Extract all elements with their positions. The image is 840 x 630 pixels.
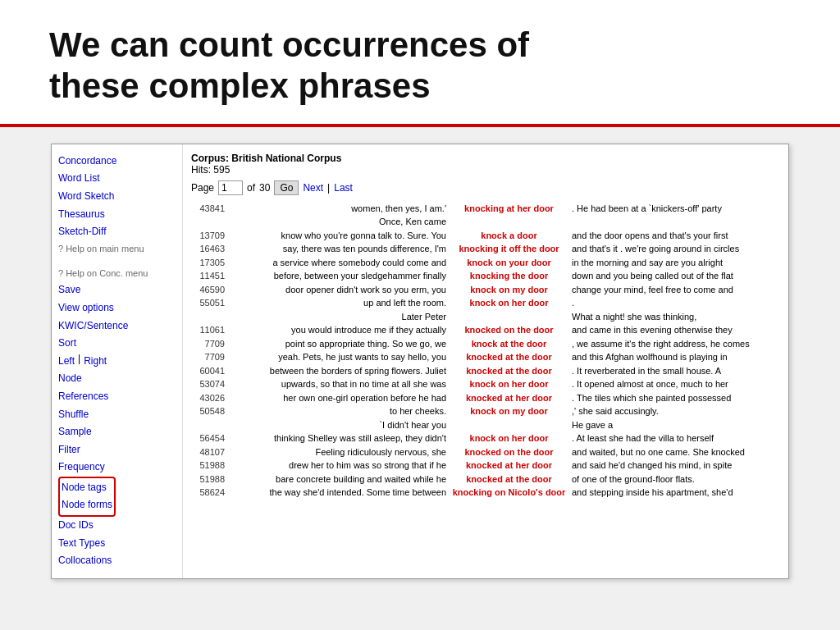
row-node: knock on her door — [450, 377, 568, 391]
row-left: bare concrete building and waited while … — [228, 472, 450, 486]
title-line1: We can count occurrences of — [49, 25, 529, 64]
row-left: a service where somebody could come and — [228, 256, 450, 270]
sidebar: Concordance Word List Word Sketch Thesau… — [52, 144, 183, 578]
row-id: 16463 — [191, 242, 228, 256]
row-node: knock on my door — [450, 283, 568, 297]
sidebar-concordance[interactable]: Concordance — [58, 153, 176, 171]
row-right: down and you being called out of the fla… — [568, 269, 780, 283]
row-id: 11451 — [191, 269, 228, 283]
table-row: 48107 Feeling ridiculously nervous, she … — [191, 445, 780, 459]
sidebar-help-conc: ? Help on Conc. menu — [58, 266, 176, 282]
last-link[interactable]: Last — [334, 182, 353, 194]
sidebar-thesaurus[interactable]: Thesaurus — [58, 206, 176, 224]
row-id: 51988 — [191, 472, 228, 486]
table-row: 46590 door opener didn't work so you erm… — [191, 283, 780, 297]
sidebar-sketch-diff[interactable]: Sketch-Diff — [58, 223, 176, 241]
sidebar-frequency[interactable]: Frequency — [58, 459, 176, 477]
sidebar-collocations[interactable]: Collocations — [58, 552, 176, 570]
sidebar-node[interactable]: Node — [58, 370, 176, 388]
main-content: Corpus: British National Corpus Hits: 59… — [183, 144, 788, 578]
row-id: 7709 — [191, 350, 228, 364]
table-row: 43026 her own one-girl operation before … — [191, 391, 780, 405]
table-row: 51988 bare concrete building and waited … — [191, 472, 780, 486]
go-button[interactable]: Go — [274, 180, 299, 195]
row-node: knocked at the door — [450, 364, 568, 378]
sidebar-word-sketch[interactable]: Word Sketch — [58, 188, 176, 206]
sidebar-node-tags[interactable]: Node tags — [62, 479, 112, 497]
browser-content: Concordance Word List Word Sketch Thesau… — [52, 144, 788, 578]
table-row: 16463 say, there was ten pounds differen… — [191, 242, 780, 256]
table-row: 43841 women, then yes, I am.' Once, Ken … — [191, 202, 780, 229]
row-left: know who you're gonna talk to. Sure. You — [228, 229, 450, 243]
sidebar-shuffle[interactable]: Shuffle — [58, 406, 176, 424]
row-node: knocked at the door — [450, 472, 568, 486]
row-id: 55051 — [191, 296, 228, 323]
sidebar-kwic-sentence[interactable]: KWIC/Sentence — [58, 317, 176, 336]
title-line2: these complex phrases — [49, 66, 431, 105]
sidebar-left[interactable]: Left — [58, 353, 75, 371]
table-row: 58624 the way she'd intended. Some time … — [191, 486, 780, 500]
row-node: knocked at her door — [450, 391, 568, 405]
sidebar-text-types[interactable]: Text Types — [58, 535, 176, 553]
sidebar-doc-ids[interactable]: Doc IDs — [58, 517, 176, 535]
row-right: and this Afghan wolfhound is playing in — [568, 350, 780, 364]
row-node: knocked at the door — [450, 350, 568, 364]
row-id: 53074 — [191, 377, 228, 391]
row-id: 56454 — [191, 431, 228, 445]
table-row: 55051 up and left the room. Later Peter … — [191, 296, 780, 323]
row-node: knock at the door — [450, 337, 568, 351]
row-node: knocked on the door — [450, 323, 568, 337]
row-right: . It opened almost at once, much to her — [568, 377, 780, 391]
row-right: change your mind, feel free to come and — [568, 283, 780, 297]
next-link[interactable]: Next — [303, 182, 323, 194]
row-left: door opener didn't work so you erm, you — [228, 283, 450, 297]
sidebar-node-forms[interactable]: Node forms — [62, 496, 112, 514]
row-left: up and left the room. Later Peter — [228, 296, 450, 323]
sidebar-word-list[interactable]: Word List — [58, 170, 176, 188]
page-title: We can count occurrences of these comple… — [49, 25, 791, 107]
row-right: and that's it . we're going around in ci… — [568, 242, 780, 256]
row-node: knocked on the door — [450, 445, 568, 459]
row-node: knock on her door — [450, 431, 568, 445]
sidebar-save[interactable]: Save — [58, 281, 176, 299]
row-left: yeah. Pets, he just wants to say hello, … — [228, 350, 450, 364]
row-id: 43841 — [191, 202, 228, 229]
corpus-label: Corpus: British National Corpus — [191, 153, 341, 164]
sidebar-references[interactable]: References — [58, 388, 176, 406]
sidebar-sample[interactable]: Sample — [58, 423, 176, 441]
of-label: of — [247, 182, 255, 194]
row-right: and came in this evening otherwise they — [568, 323, 780, 337]
table-row: 13709 know who you're gonna talk to. Sur… — [191, 229, 780, 243]
row-right: . At least she had the villa to herself — [568, 431, 780, 445]
sidebar-filter[interactable]: Filter — [58, 441, 176, 459]
row-id: 13709 — [191, 229, 228, 243]
row-right: and said he'd changed his mind, in spite — [568, 459, 780, 472]
row-left: upwards, so that in no time at all she w… — [228, 377, 450, 391]
row-node: knock on your door — [450, 256, 568, 270]
table-row: 7709 yeah. Pets, he just wants to say he… — [191, 350, 780, 364]
table-row: 11061 you would introduce me if they act… — [191, 323, 780, 337]
sidebar-sort[interactable]: Sort — [58, 335, 176, 353]
browser-window: Concordance Word List Word Sketch Thesau… — [51, 144, 789, 579]
row-node: knocking at her door — [450, 202, 568, 229]
row-right: , we assume it's the right address, he c… — [568, 337, 780, 351]
row-left: the way she'd intended. Some time betwee… — [228, 486, 450, 500]
pagination: Page of 30 Go Next | Last — [191, 180, 780, 195]
row-node: knocked at her door — [450, 459, 568, 472]
row-right: . He had been at a `knickers-off' party — [568, 202, 780, 229]
row-id: 48107 — [191, 445, 228, 459]
sidebar-view-options[interactable]: View options — [58, 299, 176, 317]
page-input[interactable] — [218, 180, 243, 195]
table-row: 11451 before, between your sledgehammer … — [191, 269, 780, 283]
content-area: Concordance Word List Word Sketch Thesau… — [0, 127, 840, 630]
table-row: 51988 drew her to him was so strong that… — [191, 459, 780, 472]
row-right: . It reverberated in the small house. A — [568, 364, 780, 378]
page-label: Page — [191, 182, 214, 194]
sidebar-right[interactable]: Right — [84, 353, 107, 371]
row-right: . What a night! she was thinking, — [568, 296, 780, 323]
row-node: knocking on Nicolo's door — [450, 486, 568, 500]
concordance-table: 43841 women, then yes, I am.' Once, Ken … — [191, 202, 780, 500]
row-id: 51988 — [191, 459, 228, 472]
row-left: before, between your sledgehammer finall… — [228, 269, 450, 283]
title-area: We can count occurrences of these comple… — [0, 0, 840, 127]
